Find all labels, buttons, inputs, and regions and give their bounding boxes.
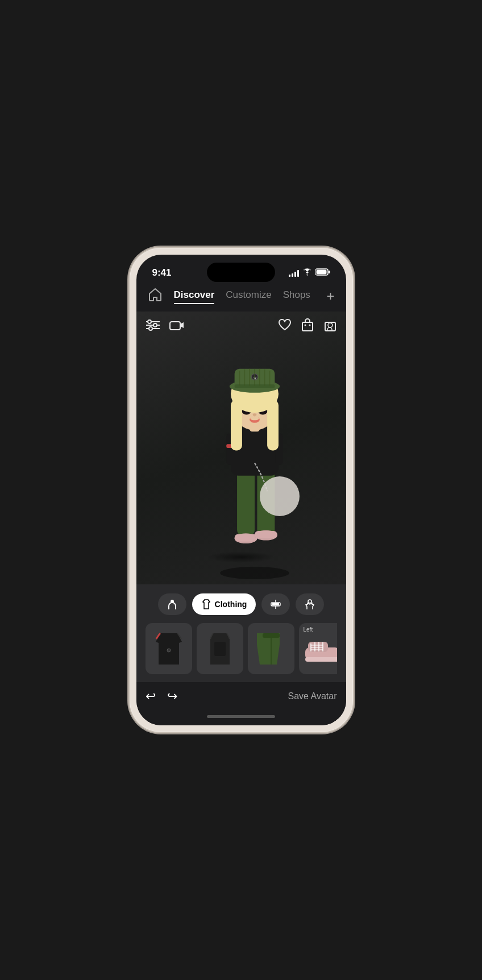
camera-icon[interactable] <box>169 319 184 334</box>
item-vest[interactable] <box>197 623 243 674</box>
svg-point-13 <box>309 325 310 326</box>
dynamic-island <box>207 263 275 282</box>
svg-rect-40 <box>267 400 279 450</box>
svg-point-16 <box>220 567 289 579</box>
rotation-handle[interactable] <box>260 476 300 516</box>
svg-rect-1 <box>316 270 326 275</box>
tab-discover[interactable]: Discover <box>174 289 215 303</box>
phone-frame: 9:41 <box>130 248 353 732</box>
top-toolbar <box>136 318 346 335</box>
svg-point-12 <box>304 325 306 326</box>
bottom-actions: ↩ ↪ Save Avatar <box>136 682 346 707</box>
avatar-ground-shadow <box>207 551 275 563</box>
status-time: 9:41 <box>152 267 172 279</box>
item-left-shoe[interactable]: Left <box>299 623 337 674</box>
svg-point-57 <box>308 600 311 603</box>
svg-rect-59 <box>214 642 226 656</box>
status-icons <box>289 268 330 277</box>
svg-rect-14 <box>325 322 335 331</box>
svg-rect-39 <box>231 400 242 450</box>
bottom-panel: Clothing <box>136 584 346 682</box>
tab-customize[interactable]: Customize <box>226 289 271 303</box>
signal-bar-2 <box>292 273 293 277</box>
undo-redo-group: ↩ ↪ <box>146 689 177 704</box>
signal-bar-4 <box>297 270 299 277</box>
svg-rect-63 <box>305 657 337 662</box>
phone-screen: 9:41 <box>136 255 346 725</box>
wifi-icon <box>302 268 312 277</box>
svg-point-6 <box>148 320 151 323</box>
left-shoe-label: Left <box>304 626 313 633</box>
svg-rect-22 <box>255 531 277 538</box>
svg-point-15 <box>328 323 333 327</box>
svg-point-37 <box>250 417 259 421</box>
svg-rect-9 <box>170 322 180 330</box>
undo-button[interactable]: ↩ <box>146 689 156 704</box>
category-row: Clothing <box>146 593 337 615</box>
svg-point-7 <box>153 323 157 327</box>
filters-icon[interactable] <box>146 319 160 334</box>
toolbar-left <box>146 319 184 334</box>
home-icon[interactable] <box>148 288 163 305</box>
signal-bars <box>289 269 299 277</box>
svg-rect-20 <box>235 534 257 541</box>
nav-tabs: Discover Customize Shops <box>174 289 315 303</box>
item-jacket[interactable] <box>146 623 192 674</box>
avatar-area: ★ <box>136 312 346 584</box>
svg-rect-11 <box>302 322 313 331</box>
category-accessories-button[interactable] <box>261 593 290 615</box>
avatar-display: ★ <box>186 340 323 579</box>
svg-rect-60 <box>263 633 280 638</box>
toolbar-right <box>278 318 337 335</box>
tab-shops[interactable]: Shops <box>283 289 310 303</box>
signal-bar-3 <box>294 272 296 277</box>
svg-point-58 <box>167 649 171 652</box>
signal-bar-1 <box>289 275 290 277</box>
save-avatar-button[interactable]: Save Avatar <box>288 691 337 701</box>
category-body-button[interactable] <box>158 593 186 615</box>
battery-icon <box>315 268 330 277</box>
clothing-label: Clothing <box>215 600 247 609</box>
category-clothing-button[interactable]: Clothing <box>192 593 256 615</box>
item-pants[interactable] <box>248 623 294 674</box>
redo-button[interactable]: ↪ <box>167 689 177 704</box>
avatar-profile-icon[interactable] <box>323 318 337 335</box>
bag-icon[interactable] <box>301 318 314 335</box>
svg-point-35 <box>253 413 257 416</box>
nav-bar: Discover Customize Shops + <box>136 283 346 312</box>
svg-rect-17 <box>237 466 255 535</box>
nav-plus-button[interactable]: + <box>326 288 334 304</box>
svg-rect-2 <box>329 271 330 273</box>
clothing-items-row: Left <box>146 623 337 678</box>
home-indicator <box>136 707 346 725</box>
heart-icon[interactable] <box>278 318 292 335</box>
svg-point-8 <box>149 327 152 330</box>
home-bar <box>207 715 275 718</box>
category-sports-button[interactable] <box>296 593 324 615</box>
